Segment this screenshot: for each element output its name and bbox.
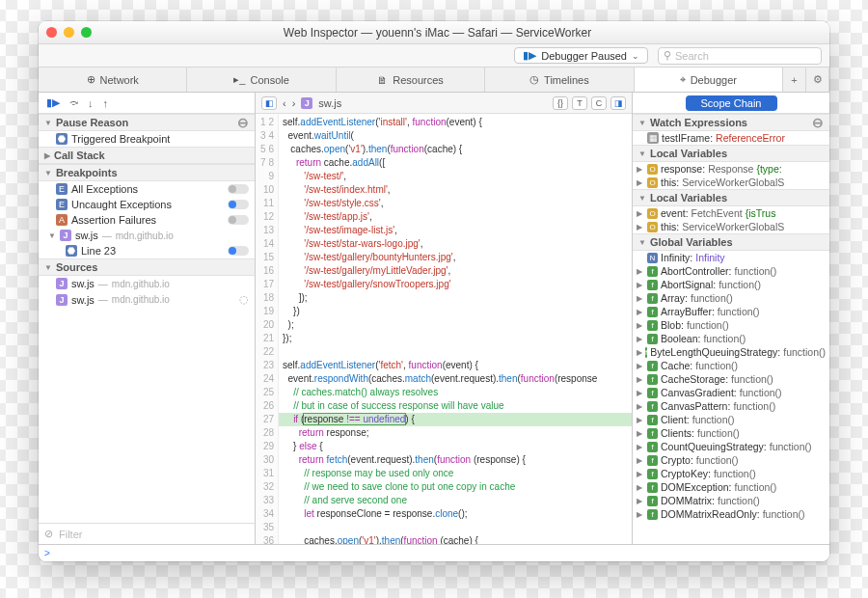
var-row[interactable]: ▶fAbortController: function() [633,264,829,278]
local-vars-header[interactable]: ▼Local Variables [633,145,829,162]
bp-assertion-failures[interactable]: AAssertion Failures [39,212,255,228]
function-icon: f [647,428,658,439]
zoom-icon[interactable] [81,27,92,38]
var-row[interactable]: ▶fBlob: function() [633,318,829,332]
filter-input[interactable]: Filter [59,529,82,540]
tab-resources[interactable]: 🗎Resources [337,68,485,92]
bp-line[interactable]: ⬣Line 23 [39,243,255,258]
debugger-controls: ▮▶ ⤼ ↓ ↑ [39,93,255,114]
bp-all-exceptions[interactable]: EAll Exceptions [39,181,255,197]
var-row[interactable]: ▶fCacheStorage: function() [633,372,829,386]
network-icon: ⊕ [87,73,95,86]
toggle[interactable] [228,246,249,256]
tab-bar: ⊕Network ▸_Console 🗎Resources ◷Timelines… [39,68,829,93]
bp-uncaught-exceptions[interactable]: EUncaught Exceptions [39,197,255,212]
var-row[interactable]: ▶fCanvasGradient: function() [633,386,829,399]
var-row[interactable]: ▶fCrypto: function() [633,453,829,467]
step-out-icon[interactable]: ↑ [103,97,109,109]
sources-header[interactable]: ▼ Sources [39,258,255,276]
toggle[interactable] [228,184,249,194]
local-vars-header-2[interactable]: ▼Local Variables [633,189,829,206]
new-tab-button[interactable]: + [783,68,806,92]
clear-icon[interactable]: ⊖ [812,118,824,127]
filter-icon: ⊘ [44,528,53,540]
var-row[interactable]: ▶fCache: function() [633,359,829,372]
tab-debugger[interactable]: ⌖Debugger [635,68,783,92]
var-row[interactable]: ▶fDOMMatrix: function() [633,494,829,507]
remove-icon[interactable]: ⊖ [237,118,249,127]
console-input[interactable]: > [39,544,829,561]
var-row[interactable]: ▶fByteLengthQueuingStrategy: function() [633,345,829,359]
var-row[interactable]: ▶fCanvasPattern: function() [633,399,829,413]
js-file-icon: J [56,278,68,289]
code-editor[interactable]: 1 2 3 4 5 6 7 8 9 10 11 12 13 14 15 16 1… [256,114,632,544]
braces-icon[interactable]: {} [553,96,568,110]
var-row[interactable]: ▶fArrayBuffer: function() [633,305,829,318]
global-vars-header[interactable]: ▼Global Variables [633,233,829,251]
var-row[interactable]: ▶fAbortSignal: function() [633,278,829,291]
toggle[interactable] [228,200,249,209]
type-icon[interactable]: T [572,96,587,110]
var-row[interactable]: ▶Oevent: FetchEvent {isTrus [633,206,829,220]
search-icon: ⚲ [664,49,671,62]
var-row[interactable]: ▶fDOMException: function() [633,480,829,494]
function-icon: f [647,415,658,425]
function-icon: f [647,455,658,466]
var-row[interactable]: NInfinity: Infinity [633,251,829,264]
crumb-file[interactable]: sw.js [318,97,341,109]
function-icon: f [647,442,658,452]
step-into-icon[interactable]: ↓ [88,97,94,109]
object-icon: O [647,222,658,232]
watch-icon: ▦ [647,132,659,144]
disclosure-triangle-icon: ▼ [44,169,52,177]
pause-reason-header[interactable]: ▼ Pause Reason ⊖ [39,114,255,131]
tab-timelines[interactable]: ◷Timelines [485,68,634,92]
var-row[interactable]: ▶fDOMMatrixReadOnly: function() [633,507,829,521]
source-item[interactable]: Jsw.js — mdn.github.io [39,276,255,291]
function-icon: f [647,509,658,520]
editor-pane: ◧ ‹ › J sw.js {} T C ◨ 1 2 3 4 5 6 7 8 9… [256,93,632,544]
chevron-down-icon: ⌄ [632,51,639,61]
close-icon[interactable] [46,27,57,38]
timelines-icon: ◷ [529,73,539,86]
function-icon: f [647,266,658,277]
gutter[interactable]: 1 2 3 4 5 6 7 8 9 10 11 12 13 14 15 16 1… [256,114,279,544]
var-row[interactable]: ▶fCountQueuingStrategy: function() [633,440,829,453]
var-row[interactable]: ▶fClient: function() [633,413,829,426]
resume-icon[interactable]: ▮▶ [46,96,60,109]
js-file-icon: J [56,294,68,306]
debugger-icon: ⌖ [680,73,686,86]
step-over-icon[interactable]: ⤼ [69,96,78,109]
watch-item[interactable]: ▦testIFrame: ReferenceError [633,131,829,145]
call-stack-header[interactable]: ▶ Call Stack [39,147,255,164]
source-item[interactable]: Jsw.js — mdn.github.io◌ [39,291,255,308]
var-row[interactable]: ▶Othis: ServiceWorkerGlobalS [633,176,829,189]
var-row[interactable]: ▶fClients: function() [633,426,829,440]
tab-network[interactable]: ⊕Network [39,68,187,92]
debugger-paused-pill[interactable]: ▮▶ Debugger Paused ⌄ [514,47,648,64]
settings-icon[interactable]: ⚙ [806,68,829,92]
nav-forward-icon[interactable]: › [292,97,296,109]
code-lines[interactable]: self.addEventListener('install', functio… [279,114,632,544]
breakpoints-header[interactable]: ▼ Breakpoints [39,164,255,181]
search-input[interactable]: ⚲ Search [658,47,822,65]
console-icon: ▸_ [233,73,245,86]
var-row[interactable]: ▶fBoolean: function() [633,332,829,345]
scope-chain-button[interactable]: Scope Chain [686,95,777,111]
disclosure-triangle-icon: ▼ [44,263,52,272]
pause-reason-item[interactable]: ⬣ Triggered Breakpoint [39,131,255,147]
minimize-icon[interactable] [64,27,74,38]
toggle-sidebar-right-icon[interactable]: ◨ [610,96,626,110]
nav-back-icon[interactable]: ‹ [283,97,286,109]
bp-file[interactable]: ▼Jsw.js — mdn.github.io [39,228,255,243]
coverage-icon[interactable]: C [591,96,607,110]
var-row[interactable]: ▶Oresponse: Response {type: [633,162,829,176]
tab-console[interactable]: ▸_Console [187,68,336,92]
var-row[interactable]: ▶Othis: ServiceWorkerGlobalS [633,220,829,233]
toggle-sidebar-left-icon[interactable]: ◧ [261,96,277,110]
watch-header[interactable]: ▼Watch Expressions⊖ [633,114,829,131]
left-pane: ▮▶ ⤼ ↓ ↑ ▼ Pause Reason ⊖ ⬣ Triggered Br… [39,93,256,544]
var-row[interactable]: ▶fCryptoKey: function() [633,467,829,480]
toggle[interactable] [228,215,249,225]
var-row[interactable]: ▶fArray: function() [633,291,829,305]
